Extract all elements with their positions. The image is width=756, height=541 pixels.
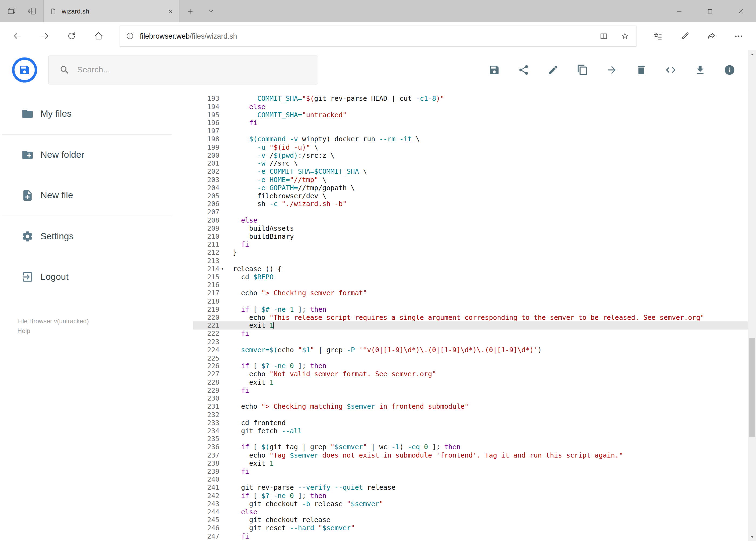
code-text: fi — [226, 532, 756, 540]
code-text: fi — [226, 467, 756, 476]
code-icon[interactable] — [665, 64, 677, 76]
code-text: -v /$(pwd):/src:z \ — [226, 151, 756, 159]
code-text: exit 1 — [226, 378, 756, 386]
app-header — [0, 50, 756, 90]
delete-icon[interactable] — [635, 64, 647, 76]
back-button[interactable] — [4, 25, 31, 47]
page-scrollbar[interactable] — [748, 50, 756, 541]
save-icon[interactable] — [489, 64, 500, 76]
code-text: echo "> Checking matching $semver in fro… — [226, 402, 756, 410]
url-domain: filebrowser.web — [140, 32, 190, 40]
code-line: 209 buildAssets — [193, 224, 756, 232]
fold-gutter — [219, 281, 226, 289]
download-icon[interactable] — [694, 64, 706, 76]
forward-button[interactable] — [31, 25, 58, 47]
code-text: exit 1 — [226, 459, 756, 467]
share-page-icon[interactable] — [698, 25, 725, 47]
sidebar-item-settings[interactable]: Settings — [0, 216, 173, 257]
fold-gutter — [219, 224, 226, 232]
info-icon[interactable] — [724, 64, 735, 76]
help-link[interactable]: Help — [17, 326, 173, 336]
browser-tab[interactable]: wizard.sh — [44, 0, 179, 22]
line-number: 247 — [193, 532, 219, 540]
fold-gutter — [219, 410, 226, 419]
sidebar-nav: My filesNew folderNew fileSettingsLogout — [0, 94, 173, 297]
sidebar-item-logout[interactable]: Logout — [0, 257, 173, 297]
minimize-button[interactable] — [663, 0, 694, 22]
page-info-icon[interactable] — [126, 32, 134, 40]
code-line: 211 fi — [193, 241, 756, 249]
code-text: -e COMMIT_SHA=$COMMIT_SHA \ — [226, 168, 756, 176]
sidebar-item-my-files[interactable]: My files — [0, 94, 173, 134]
code-text: if [ $? -ne 0 ]; then — [226, 492, 756, 500]
sidebar-item-new-file[interactable]: New file — [0, 175, 173, 216]
code-text — [226, 297, 756, 305]
code-line: 200 -v /$(pwd):/src:z \ — [193, 151, 756, 159]
new-tab-button[interactable] — [179, 0, 201, 22]
line-number: 228 — [193, 378, 219, 386]
fold-gutter — [219, 476, 226, 484]
address-bar[interactable]: filebrowser.web/files/wizard.sh — [120, 25, 636, 47]
home-button[interactable] — [85, 25, 112, 47]
code-line: 236 if [ $(git tag | grep "$semver" | wc… — [193, 443, 756, 451]
sidebar-item-new-folder[interactable]: New folder — [0, 135, 173, 175]
code-text: fi — [226, 241, 756, 249]
annotate-pen-icon[interactable] — [671, 25, 698, 47]
fold-gutter — [219, 378, 226, 386]
maximize-button[interactable] — [694, 0, 725, 22]
tab-close-icon[interactable] — [168, 8, 173, 14]
tab-preview-icon[interactable] — [7, 6, 16, 16]
line-number: 234 — [193, 427, 219, 435]
code-editor[interactable]: 193 COMMIT_SHA="$(git rev-parse HEAD | c… — [193, 90, 756, 541]
code-text: git rev-parse --verify --quiet release — [226, 484, 756, 492]
reading-view-icon[interactable] — [600, 32, 608, 40]
scroll-down-icon[interactable] — [748, 533, 756, 541]
code-text: cd frontend — [226, 419, 756, 427]
set-aside-tabs-icon[interactable] — [27, 6, 37, 16]
code-line: 204 -e GOPATH=//tmp/gopath \ — [193, 184, 756, 192]
code-text: exit 1 — [226, 321, 756, 329]
code-text: fi — [226, 119, 756, 127]
code-line: 237 echo "Tag $semver does not exist in … — [193, 451, 756, 459]
fold-gutter — [219, 208, 226, 216]
search-box[interactable] — [48, 55, 318, 84]
scrollbar-thumb[interactable] — [749, 338, 755, 437]
line-number: 240 — [193, 476, 219, 484]
close-window-button[interactable] — [725, 0, 756, 22]
fold-gutter — [219, 127, 226, 135]
line-number: 214 — [193, 265, 219, 273]
filebrowser-logo-icon[interactable] — [12, 58, 37, 83]
sidebar-item-label: New folder — [41, 150, 84, 160]
tab-list-chevron-icon[interactable] — [200, 0, 222, 22]
code-line: 202 -e COMMIT_SHA=$COMMIT_SHA \ — [193, 168, 756, 176]
code-text: filebrowser/dev \ — [226, 192, 756, 200]
move-icon[interactable] — [606, 64, 618, 76]
fold-gutter — [219, 168, 226, 176]
url-path: /files/wizard.sh — [190, 32, 237, 40]
line-number: 222 — [193, 329, 219, 337]
more-menu-icon[interactable] — [725, 25, 752, 47]
copy-icon[interactable] — [577, 64, 589, 76]
fold-marker-icon[interactable]: ▾ — [219, 265, 226, 273]
fold-gutter — [219, 151, 226, 159]
code-line: 217 echo "> Checking semver format" — [193, 289, 756, 297]
line-number: 239 — [193, 467, 219, 476]
search-input[interactable] — [76, 65, 318, 75]
code-text: else — [226, 216, 756, 224]
line-number: 207 — [193, 208, 219, 216]
refresh-button[interactable] — [58, 25, 85, 47]
code-line: 226 if [ $? -ne 0 ]; then — [193, 362, 756, 370]
edit-icon[interactable] — [547, 64, 559, 76]
scroll-up-icon[interactable] — [748, 50, 756, 58]
code-text — [226, 208, 756, 216]
fold-gutter — [219, 289, 226, 297]
line-number: 235 — [193, 435, 219, 443]
code-text: git checkout -b release "$semver" — [226, 500, 756, 508]
favorite-star-icon[interactable] — [621, 32, 629, 40]
hub-favorites-icon[interactable] — [644, 25, 671, 47]
code-text: else — [226, 508, 756, 516]
code-line: 193 COMMIT_SHA="$(git rev-parse HEAD | c… — [193, 95, 756, 103]
fold-gutter — [219, 532, 226, 540]
share-icon[interactable] — [518, 64, 530, 76]
code-text: $(command -v winpty) docker run --rm -it… — [226, 135, 756, 143]
